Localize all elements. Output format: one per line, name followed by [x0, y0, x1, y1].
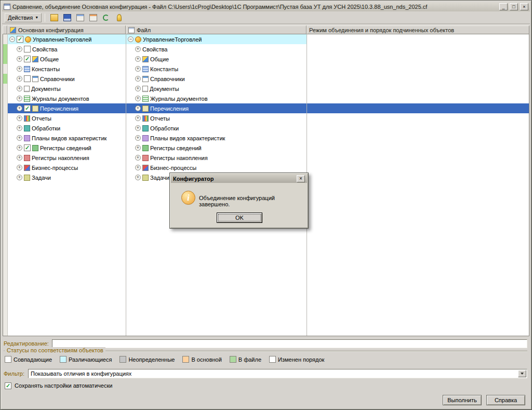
ok-button[interactable]: OK — [217, 213, 262, 223]
information-register-icon — [32, 145, 38, 151]
key-icon-button[interactable] — [113, 12, 125, 23]
tree-row-file[interactable]: +Документы — [126, 84, 307, 94]
expand-icon[interactable]: + — [135, 125, 141, 131]
actions-menu-button[interactable]: Действия ▼ — [5, 13, 42, 22]
expand-icon[interactable]: + — [17, 115, 22, 121]
minimize-button[interactable]: _ — [499, 3, 508, 10]
tree-row-mode[interactable] — [307, 74, 529, 84]
tree-row-main[interactable]: +Задачи — [8, 173, 126, 182]
expand-icon[interactable]: + — [17, 155, 22, 161]
tree-row-file[interactable]: +Обработки — [126, 123, 307, 133]
tree-row-mode[interactable] — [307, 34, 529, 44]
row-checkbox[interactable] — [24, 75, 31, 82]
tree-row-main[interactable]: +✓Регистры сведений — [8, 143, 126, 153]
maximize-button[interactable]: □ — [510, 3, 518, 10]
tree-row-file[interactable]: +Бизнес-процессы — [126, 163, 307, 173]
filter-combobox[interactable]: Показывать отличия в конфигурациях — [28, 369, 527, 378]
expand-icon[interactable]: + — [17, 46, 22, 52]
expand-icon[interactable]: + — [17, 175, 22, 180]
expand-icon[interactable]: + — [17, 86, 22, 91]
tree-row-mode[interactable] — [307, 103, 529, 113]
row-checkbox[interactable] — [24, 46, 31, 52]
expand-icon[interactable]: + — [135, 115, 141, 121]
expand-icon[interactable]: + — [17, 135, 22, 141]
row-checkbox[interactable]: ✓ — [17, 36, 23, 43]
expand-icon[interactable]: + — [135, 46, 141, 52]
expand-icon[interactable]: + — [135, 96, 141, 101]
expand-icon[interactable]: + — [17, 66, 22, 72]
tree-row-file[interactable]: −УправлениеТорговлей — [126, 34, 307, 44]
tree-row-mode[interactable] — [307, 64, 529, 74]
merge-settings-icon-button[interactable] — [87, 12, 99, 23]
expand-icon[interactable]: + — [135, 105, 141, 111]
tree-row-mode[interactable] — [307, 163, 529, 173]
tree-row-main[interactable]: +Планы видов характеристик — [8, 133, 126, 143]
tree-row-file[interactable]: +Отчеты — [126, 113, 307, 123]
editing-input[interactable] — [52, 339, 527, 348]
tree-row-mode[interactable] — [307, 133, 529, 143]
expand-icon[interactable]: + — [17, 145, 22, 151]
tree-row-main[interactable]: +Отчеты — [8, 113, 126, 123]
collapse-icon[interactable]: − — [9, 36, 15, 42]
dialog-message: Объединение конфигураций завершено. — [199, 195, 305, 207]
combo-arrow-button[interactable] — [518, 370, 526, 377]
tree-row-main[interactable]: +Регистры накопления — [8, 153, 126, 163]
tree-row-mode[interactable] — [307, 153, 529, 163]
expand-icon[interactable]: + — [135, 135, 141, 141]
expand-icon[interactable]: + — [135, 175, 141, 180]
tree-row-main[interactable]: +✓Перечисления — [8, 103, 126, 113]
tree-row-mode[interactable] — [307, 143, 529, 153]
row-checkbox[interactable]: ✓ — [24, 144, 31, 151]
tree-row-main[interactable]: +Бизнес-процессы — [8, 163, 126, 173]
autosave-checkbox[interactable]: ✓ — [5, 382, 11, 389]
expand-icon[interactable]: + — [17, 125, 22, 131]
tree-row-file[interactable]: +Перечисления — [126, 103, 307, 113]
tree-row-file[interactable]: +Планы видов характеристик — [126, 133, 307, 143]
comparison-settings-icon-button[interactable] — [74, 12, 86, 23]
expand-icon[interactable]: + — [135, 165, 141, 170]
expand-icon[interactable]: + — [17, 76, 22, 82]
tree-row-file[interactable]: +Журналы документов — [126, 94, 307, 103]
tree-row-mode[interactable] — [307, 123, 529, 133]
tree-row-main[interactable]: +Документы — [8, 84, 126, 94]
expand-icon[interactable]: + — [135, 66, 141, 72]
expand-icon[interactable]: + — [17, 96, 22, 101]
tree-row-main[interactable]: +Константы — [8, 64, 126, 74]
tree-row-main[interactable]: +Свойства — [8, 44, 126, 54]
row-checkbox[interactable]: ✓ — [24, 105, 31, 112]
tree-row-mode[interactable] — [307, 94, 529, 103]
tree-row-mode[interactable] — [307, 113, 529, 123]
expand-icon[interactable]: + — [135, 56, 141, 62]
expand-icon[interactable]: + — [17, 105, 22, 111]
folder-icon-button[interactable] — [48, 12, 60, 23]
tree-row-main[interactable]: +Журналы документов — [8, 94, 126, 103]
tree-row-main[interactable]: +Обработки — [8, 123, 126, 133]
tree-row-main[interactable]: +Справочники — [8, 74, 126, 84]
tree-row-mode[interactable] — [307, 84, 529, 94]
row-checkbox[interactable]: ✓ — [24, 56, 31, 62]
expand-icon[interactable]: + — [135, 86, 141, 91]
run-button[interactable]: Выполнить — [443, 395, 482, 405]
tree-row-file[interactable]: +Справочники — [126, 74, 307, 84]
tree-row-file[interactable]: +Константы — [126, 64, 307, 74]
refresh-icon-button[interactable] — [100, 12, 112, 23]
tree-row-mode[interactable] — [307, 54, 529, 64]
tree-row-mode[interactable] — [307, 173, 529, 182]
expand-icon[interactable]: + — [17, 165, 22, 170]
tree-row-file[interactable]: +Общие — [126, 54, 307, 64]
help-button[interactable]: Справка — [486, 395, 525, 405]
close-button[interactable]: × — [520, 3, 528, 10]
expand-icon[interactable]: + — [17, 56, 22, 62]
expand-icon[interactable]: + — [135, 145, 141, 151]
tree-row-main[interactable]: −✓УправлениеТорговлей — [8, 34, 126, 44]
expand-icon[interactable]: + — [135, 76, 141, 82]
tree-row-file[interactable]: +Регистры накопления — [126, 153, 307, 163]
expand-icon[interactable]: + — [135, 155, 141, 161]
tree-row-mode[interactable] — [307, 44, 529, 54]
save-icon-button[interactable] — [61, 12, 73, 23]
tree-row-file[interactable]: +Свойства — [126, 44, 307, 54]
tree-row-file[interactable]: +Регистры сведений — [126, 143, 307, 153]
dialog-close-button[interactable]: × — [297, 175, 305, 182]
tree-row-main[interactable]: +✓Общие — [8, 54, 126, 64]
collapse-icon[interactable]: − — [128, 36, 134, 42]
